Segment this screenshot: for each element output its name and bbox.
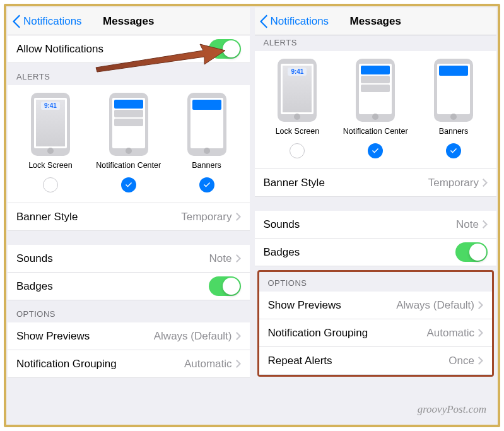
chevron-left-icon [260,15,268,28]
chevron-right-icon [483,179,488,187]
repeat-alerts-value: Once [448,355,474,367]
lockscreen-check[interactable] [43,177,58,192]
alert-option-banners[interactable]: Banners [414,59,493,158]
chevron-right-icon [478,357,483,365]
lockscreen-label: Lock Screen [276,127,319,136]
banners-check[interactable] [446,143,461,158]
notification-center-label: Notification Center [343,127,408,136]
lockscreen-icon: 9:41 [31,93,70,156]
alerts-header: ALERTS [255,35,497,51]
repeat-alerts-label: Repeat Alerts [268,355,332,367]
badges-row[interactable]: Badges [255,239,497,266]
back-button[interactable]: Notifications [13,15,82,28]
allow-notifications-toggle[interactable] [209,39,241,59]
lockscreen-icon: 9:41 [278,59,317,122]
show-previews-value: Always (Default) [154,330,232,343]
show-previews-row[interactable]: Show Previews Always (Default) [259,292,493,319]
alerts-header: ALERTS [8,63,250,85]
sounds-label: Sounds [16,252,53,265]
alert-option-notification-center[interactable]: Notification Center [90,93,168,192]
alert-option-banners[interactable]: Banners [168,93,246,192]
sounds-row[interactable]: Sounds Note [8,245,250,273]
alert-option-lockscreen[interactable]: 9:41 Lock Screen [11,93,90,192]
show-previews-label: Show Previews [268,299,341,312]
chevron-right-icon [478,329,483,337]
options-header: OPTIONS [259,272,493,292]
chevron-right-icon [236,332,241,340]
banner-style-label: Banner Style [264,177,325,189]
sounds-label: Sounds [264,218,300,231]
allow-notifications-row[interactable]: Allow Notifications [8,35,250,63]
banner-style-label: Banner Style [16,211,78,223]
notification-grouping-label: Notification Grouping [268,327,368,339]
notification-center-check[interactable] [368,143,383,158]
notification-grouping-label: Notification Grouping [16,358,117,370]
allow-notifications-label: Allow Notifications [16,43,103,56]
banners-label: Banners [192,161,221,170]
chevron-right-icon [478,301,483,309]
badges-label: Badges [264,246,300,259]
alert-option-lockscreen[interactable]: 9:41 Lock Screen [259,59,337,158]
nav-bar: Notifications Messages [8,8,250,35]
annotation-highlight: OPTIONS Show Previews Always (Default) N… [257,270,495,377]
notification-grouping-value: Automatic [184,358,232,370]
notification-grouping-row[interactable]: Notification Grouping Automatic [8,350,250,378]
sounds-value: Note [209,252,232,265]
banner-style-value: Temporary [181,211,231,223]
notification-grouping-value: Automatic [426,327,474,339]
notification-center-check[interactable] [121,177,136,192]
banners-icon [187,93,226,156]
badges-row[interactable]: Badges [8,273,250,300]
notification-grouping-row[interactable]: Notification Grouping Automatic [259,319,493,347]
notification-center-label: Notification Center [96,161,161,170]
back-label: Notifications [271,15,329,28]
badges-toggle[interactable] [455,242,488,262]
show-previews-row[interactable]: Show Previews Always (Default) [8,322,250,350]
repeat-alerts-row[interactable]: Repeat Alerts Once [259,347,493,375]
banner-style-row[interactable]: Banner Style Temporary [8,203,250,231]
chevron-right-icon [236,360,241,368]
notification-center-icon [109,93,148,156]
back-button[interactable]: Notifications [260,15,329,28]
badges-label: Badges [16,280,53,293]
show-previews-label: Show Previews [16,330,90,343]
options-header: OPTIONS [8,300,250,322]
sounds-value: Note [456,218,479,231]
alerts-group: 9:41 Lock Screen Notification Center [255,51,497,169]
notification-center-icon [356,59,395,122]
alerts-group: 9:41 Lock Screen Notification Center [8,85,250,203]
settings-panel-right: Notifications Messages ALERTS 9:41 Lock … [255,8,497,423]
chevron-right-icon [483,220,488,228]
chevron-left-icon [13,15,21,28]
banners-label: Banners [439,127,469,136]
lockscreen-label: Lock Screen [28,161,72,170]
lockscreen-check[interactable] [290,143,305,158]
banners-check[interactable] [199,177,214,192]
section-spacer [255,197,497,211]
section-spacer [8,231,250,245]
screenshot-frame: Notifications Messages Allow Notificatio… [4,4,500,427]
settings-panel-left: Notifications Messages Allow Notificatio… [8,8,250,423]
chevron-right-icon [236,254,241,263]
badges-toggle[interactable] [209,276,241,296]
back-label: Notifications [23,15,82,28]
banner-style-row[interactable]: Banner Style Temporary [255,169,497,197]
banner-style-value: Temporary [428,177,479,189]
nav-bar: Notifications Messages [255,8,497,35]
show-previews-value: Always (Default) [396,299,474,312]
banners-icon [434,59,473,122]
alert-option-notification-center[interactable]: Notification Center [336,59,414,158]
chevron-right-icon [236,213,241,221]
sounds-row[interactable]: Sounds Note [255,211,497,239]
